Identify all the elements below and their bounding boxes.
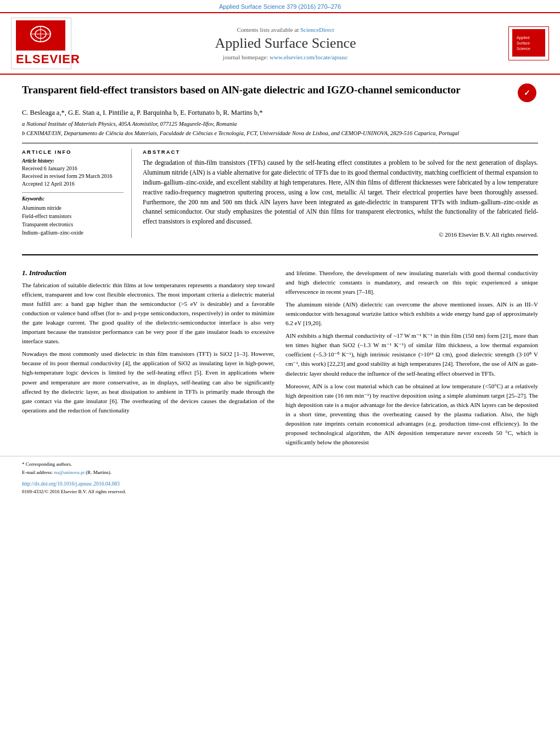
contents-text: Contents lists available at (237, 26, 299, 33)
affiliation-a: a National Institute of Materials Physic… (22, 120, 538, 129)
body-section: 1. Introduction The fabrication of suita… (0, 255, 560, 456)
keywords-section: Keywords: Aluminum nitride Field-effect … (22, 196, 124, 237)
article-info-column: ARTICLE INFO Article history: Received 6… (22, 149, 132, 238)
article-history-label: Article history: (22, 158, 124, 164)
sciencedirect-link[interactable]: ScienceDirect (300, 26, 334, 33)
svg-text:Surface: Surface (517, 41, 530, 45)
keyword-2: Field-effect transistors (22, 212, 124, 220)
body-para-1: The fabrication of suitable dielectric t… (22, 281, 275, 346)
authors-text: C. Besleaga a,*, G.E. Stan a, I. Pintili… (22, 109, 263, 116)
doi-link[interactable]: http://dx.doi.org/10.1016/j.apsusc.2016.… (22, 481, 120, 487)
authors-line: C. Besleaga a,*, G.E. Stan a, I. Pintili… (22, 109, 538, 117)
accepted-date: Accepted 12 April 2016 (22, 180, 124, 188)
info-divider (22, 192, 124, 193)
doi-line: http://dx.doi.org/10.1016/j.apsusc.2016.… (22, 479, 538, 488)
abstract-text: The degradation of thin-film transistors… (143, 158, 538, 227)
abstract-label: ABSTRACT (143, 149, 538, 155)
contents-available-line: Contents lists available at ScienceDirec… (71, 26, 500, 33)
body-para-3: and lifetime. Therefore, the development… (285, 269, 538, 297)
crossmark-icon: ✓ (518, 83, 536, 102)
section-1-title: 1. Introduction (22, 269, 275, 277)
homepage-label: journal homepage: (223, 54, 268, 60)
svg-text:Applied: Applied (517, 36, 529, 40)
body-para-5: AlN exhibits a high thermal conductivity… (285, 331, 538, 378)
article-info-abstract-columns: ARTICLE INFO Article history: Received 6… (22, 143, 538, 238)
received-date: Received 6 January 2016 (22, 165, 124, 172)
body-right-column: and lifetime. Therefore, the development… (285, 269, 538, 450)
article-title: Transparent field-effect transistors bas… (22, 83, 509, 97)
article-main: Transparent field-effect transistors bas… (0, 75, 560, 254)
email-line: E-mail address: nu@uninova.pt (R. Martin… (22, 469, 538, 476)
revised-date: Received in revised form 29 March 2016 (22, 172, 124, 180)
keyword-3: Transparent electronics (22, 220, 124, 228)
svg-text:Science: Science (517, 47, 530, 51)
journal-center-header: Contents lists available at ScienceDirec… (71, 26, 500, 60)
email-person: (R. Martins). (86, 470, 111, 475)
footer-copyright: 0169-4332/© 2016 Elsevier B.V. All right… (22, 489, 538, 494)
article-info-label: ARTICLE INFO (22, 149, 124, 155)
article-history-section: Article history: Received 6 January 2016… (22, 158, 124, 188)
homepage-link[interactable]: www.elsevier.com/locate/apsusc (270, 54, 348, 60)
journal-reference-text: Applied Surface Science 379 (2016) 270–2… (219, 3, 341, 10)
journal-reference-bar: Applied Surface Science 379 (2016) 270–2… (0, 0, 560, 12)
email-value[interactable]: nu@uninova.pt (54, 470, 85, 475)
title-row: Transparent field-effect transistors bas… (22, 83, 538, 103)
abstract-column: ABSTRACT The degradation of thin-film tr… (143, 149, 538, 238)
keyword-1: Aluminum nitride (22, 204, 124, 212)
journal-logo-right: Applied Surface Science (500, 26, 549, 60)
body-left-column: 1. Introduction The fabrication of suita… (22, 269, 275, 450)
journal-header: ELSEVIER Contents lists available at Sci… (0, 12, 560, 75)
svg-text:✓: ✓ (524, 88, 530, 97)
footer-note: * Corresponding authors. E-mail address:… (22, 461, 538, 476)
crossmark-area: ✓ (516, 83, 538, 103)
body-columns: 1. Introduction The fabrication of suita… (22, 269, 538, 450)
keywords-label: Keywords: (22, 196, 124, 202)
elsevier-logo: ELSEVIER (11, 18, 71, 69)
keyword-4: Indium–gallium–zinc-oxide (22, 228, 124, 237)
body-para-2: Nowadays the most commonly used dielectr… (22, 349, 275, 415)
copyright-line: © 2016 Elsevier B.V. All rights reserved… (143, 231, 538, 238)
journal-title: Applied Surface Science (71, 35, 500, 52)
footer-area: * Corresponding authors. E-mail address:… (0, 456, 560, 500)
elsevier-name: ELSEVIER (16, 52, 66, 66)
corresponding-authors-note: * Corresponding authors. (22, 461, 538, 468)
body-para-4: The aluminum nitride (AlN) dielectric ca… (285, 300, 538, 328)
journal-homepage: journal homepage: www.elsevier.com/locat… (71, 54, 500, 60)
affiliation-b: b CENIMAT/I3N, Departamento de Ciência d… (22, 130, 538, 138)
body-para-6: Moreover, AlN is a low cost material whi… (285, 382, 538, 447)
affiliations: a National Institute of Materials Physic… (22, 120, 538, 137)
email-label: E-mail address: (22, 470, 53, 475)
